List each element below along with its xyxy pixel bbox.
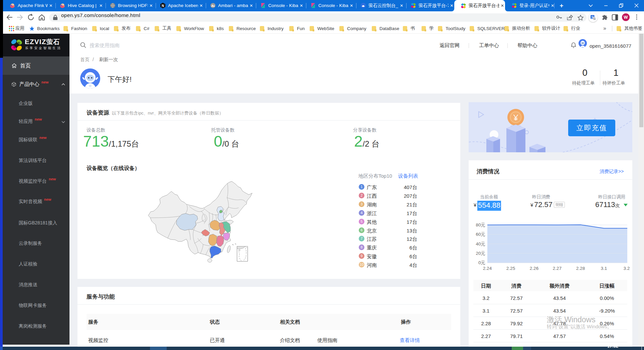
svg-text:20元: 20元 (476, 251, 485, 256)
svg-text:2.25: 2.25 (506, 266, 515, 271)
svg-text:2.28: 2.28 (576, 266, 585, 271)
svg-text:2.27: 2.27 (553, 266, 561, 271)
svg-text:40元: 40元 (476, 241, 485, 246)
svg-text:80元: 80元 (476, 222, 485, 227)
svg-text:G: G (593, 17, 596, 20)
svg-text:3.2: 3.2 (624, 266, 630, 271)
svg-text:60元: 60元 (476, 232, 485, 237)
svg-text:3.1: 3.1 (601, 266, 607, 271)
svg-text:2.26: 2.26 (530, 266, 538, 271)
svg-text:2.24: 2.24 (483, 266, 492, 271)
svg-text:0元: 0元 (478, 260, 485, 265)
